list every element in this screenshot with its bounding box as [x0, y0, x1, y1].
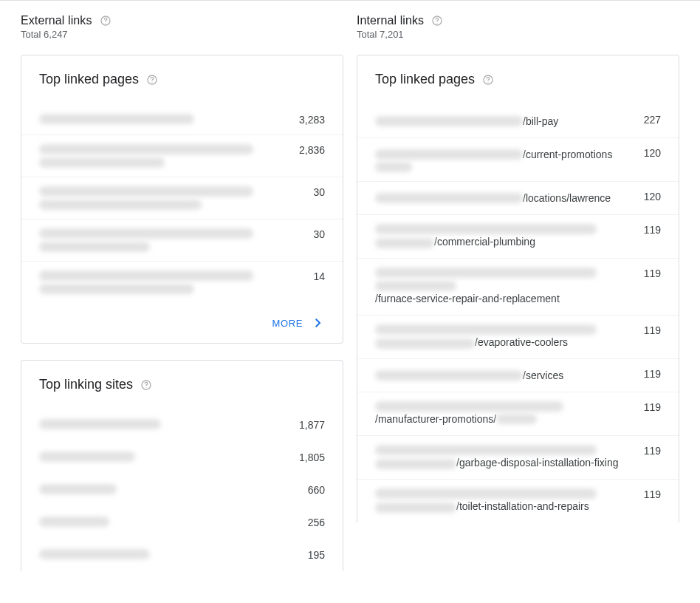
row-count: 30 [313, 186, 325, 198]
svg-point-7 [437, 23, 438, 24]
row-url [39, 484, 296, 494]
redacted-text [375, 370, 523, 381]
url-tail: /services [523, 368, 563, 383]
redacted-text [375, 338, 475, 349]
row-url: /commercial-plumbing [375, 224, 632, 249]
chevron-right-icon [312, 316, 325, 330]
row-count: 119 [644, 445, 661, 457]
redacted-text [375, 238, 434, 248]
row-url [39, 228, 301, 252]
internal-section-header: Internal links [357, 14, 679, 27]
row-count: 119 [644, 324, 661, 336]
redacted-text [375, 459, 456, 469]
table-row[interactable]: 1,805 [21, 441, 343, 474]
table-row[interactable]: 256 [21, 506, 343, 539]
card-title: Top linking sites [39, 377, 133, 392]
internal-top-pages-rows: /bill-pay227/current-promotions 120/loca… [357, 92, 679, 522]
help-icon[interactable] [100, 15, 111, 27]
more-button[interactable]: MORE [21, 303, 343, 343]
table-row[interactable]: /furnace-service-repair-and-replacement1… [357, 259, 679, 316]
row-url [39, 419, 287, 429]
redacted-text [39, 270, 253, 281]
table-row[interactable]: /manufacturer-promotions/119 [357, 392, 679, 436]
redacted-text [39, 517, 109, 527]
help-icon[interactable] [482, 74, 494, 86]
row-count: 14 [313, 270, 325, 282]
row-url: /toilet-installation-and-repairs [375, 488, 632, 514]
row-url [39, 270, 301, 294]
url-tail: /garbage-disposal-installation-fixing [456, 455, 618, 470]
row-url [39, 549, 296, 559]
row-url: /furnace-service-repair-and-replacement [375, 268, 632, 306]
table-row[interactable]: 1,877 [21, 409, 343, 441]
row-url: /garbage-disposal-installation-fixing [375, 445, 632, 470]
table-row[interactable]: 30 [21, 177, 343, 219]
row-url [39, 517, 296, 527]
internal-section-title: Internal links [357, 14, 424, 27]
url-tail: /locations/lawrence [523, 191, 611, 205]
row-url: /manufacturer-promotions/ [375, 401, 632, 426]
row-count: 256 [308, 517, 325, 528]
url-tail: /commercial-plumbing [434, 234, 535, 249]
card-title: Top linked pages [39, 72, 139, 87]
redacted-text [375, 224, 597, 234]
redacted-text [39, 114, 194, 124]
table-row[interactable]: /locations/lawrence120 [357, 182, 679, 215]
redacted-text [375, 193, 523, 203]
row-url [39, 144, 287, 168]
external-links-column: External links Total 6,247 Top linked pa… [21, 14, 343, 587]
row-count: 119 [644, 401, 661, 413]
url-tail: /furnace-service-repair-and-replacement [375, 291, 560, 306]
table-row[interactable]: 3,283 [21, 105, 343, 135]
help-icon[interactable] [140, 379, 152, 391]
url-tail: /current-promotions [523, 147, 612, 162]
row-count: 660 [308, 484, 325, 496]
redacted-text [375, 401, 563, 412]
table-row[interactable]: 30 [21, 219, 343, 262]
redacted-text [375, 116, 523, 126]
table-row[interactable]: /current-promotions 120 [357, 138, 679, 182]
external-top-sites-rows: 1,8771,805660256195 [21, 397, 343, 571]
redacted-text [375, 149, 523, 160]
url-tail: /toilet-installation-and-repairs [456, 499, 589, 514]
redacted-text [375, 502, 456, 513]
url-tail: /evaporative-coolers [475, 335, 568, 350]
redacted-text [39, 484, 117, 494]
row-url: /services [375, 368, 632, 383]
svg-point-1 [105, 23, 106, 24]
row-url [39, 452, 287, 462]
redacted-text [39, 452, 135, 462]
row-count: 119 [644, 268, 661, 279]
external-top-linked-pages-card: Top linked pages 3,2832,836303014 MORE [21, 55, 343, 344]
table-row[interactable]: /garbage-disposal-installation-fixing119 [357, 436, 679, 480]
help-icon[interactable] [431, 15, 443, 27]
table-row[interactable]: /toilet-installation-and-repairs119 [357, 480, 679, 522]
url-tail: /manufacturer-promotions/ [375, 412, 496, 426]
row-count: 227 [644, 114, 661, 126]
redacted-text [375, 445, 597, 455]
table-row[interactable]: /bill-pay227 [357, 105, 679, 138]
external-section-subtitle: Total 6,247 [21, 29, 343, 40]
help-icon[interactable] [146, 74, 158, 86]
url-tail: /bill-pay [523, 114, 558, 129]
table-row[interactable]: 14 [21, 262, 343, 303]
table-row[interactable]: 2,836 [21, 135, 343, 177]
more-label: MORE [272, 318, 303, 329]
row-count: 119 [644, 368, 661, 380]
row-count: 120 [644, 147, 661, 159]
row-url: /bill-pay [375, 114, 632, 129]
external-top-linking-sites-card: Top linking sites 1,8771,805660256195 [21, 360, 343, 571]
redacted-text [375, 281, 456, 291]
redacted-text [39, 419, 161, 429]
table-row[interactable]: 195 [21, 539, 343, 571]
svg-point-5 [146, 386, 147, 387]
table-row[interactable]: /evaporative-coolers119 [357, 316, 679, 359]
row-url [39, 114, 287, 124]
internal-links-column: Internal links Total 7,201 Top linked pa… [357, 14, 679, 587]
redacted-text [375, 488, 597, 499]
table-row[interactable]: 660 [21, 474, 343, 506]
table-row[interactable]: /commercial-plumbing119 [357, 215, 679, 259]
internal-section-subtitle: Total 7,201 [357, 29, 679, 40]
table-row[interactable]: /services119 [357, 359, 679, 392]
external-section-title: External links [21, 14, 92, 27]
